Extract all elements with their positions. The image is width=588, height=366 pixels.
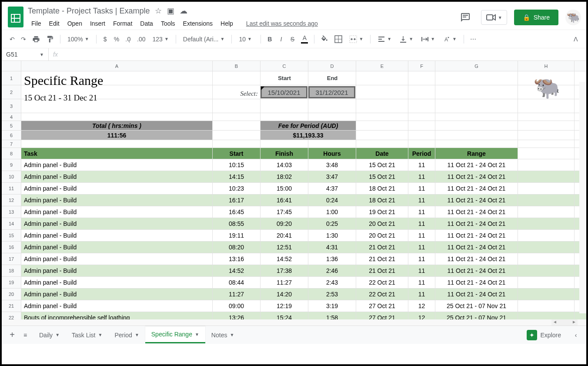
- row-header-21[interactable]: 21: [2, 300, 21, 312]
- paint-format-button[interactable]: [43, 34, 57, 45]
- name-box[interactable]: G51▼: [2, 48, 49, 60]
- table-row[interactable]: Admin panel - Build16:4517:451:0019 Oct …: [21, 206, 586, 218]
- col-header-H[interactable]: H: [518, 61, 575, 71]
- row-header-18[interactable]: 18: [2, 265, 21, 277]
- merge-button[interactable]: ▼: [346, 34, 367, 45]
- menu-edit[interactable]: Edit: [46, 18, 63, 29]
- row-header-8[interactable]: 8: [2, 148, 21, 159]
- table-cell[interactable]: 0:25: [308, 218, 356, 229]
- cell[interactable]: [518, 206, 575, 218]
- cell[interactable]: [261, 140, 308, 148]
- cell[interactable]: [518, 121, 575, 130]
- tab-specific-range[interactable]: Specific Range▼: [145, 326, 205, 343]
- table-cell[interactable]: 2:46: [308, 265, 356, 276]
- cell[interactable]: [518, 289, 575, 300]
- row-header-22[interactable]: 22: [2, 312, 21, 319]
- row-header-17[interactable]: 17: [2, 253, 21, 265]
- cell[interactable]: [213, 131, 261, 140]
- table-header-period[interactable]: Period: [408, 148, 435, 159]
- table-cell[interactable]: 17:45: [261, 206, 308, 218]
- table-cell[interactable]: 11: [408, 159, 435, 171]
- col-header-A[interactable]: A: [21, 61, 213, 71]
- table-cell[interactable]: 11 Oct 21 - 24 Oct 21: [435, 253, 518, 265]
- col-header-F[interactable]: F: [408, 61, 435, 71]
- table-cell[interactable]: 1:00: [308, 206, 356, 218]
- row-header-4[interactable]: 4: [2, 113, 21, 121]
- row-header-1[interactable]: 1: [2, 71, 21, 85]
- table-row[interactable]: Admin panel - Build11:2714:202:5322 Oct …: [21, 289, 586, 300]
- cell[interactable]: [356, 140, 408, 148]
- menu-open[interactable]: Open: [64, 18, 86, 29]
- row-header-5[interactable]: 5: [2, 121, 21, 131]
- table-cell[interactable]: 11: [408, 289, 435, 300]
- cell[interactable]: [518, 230, 575, 241]
- col-header-C[interactable]: C: [261, 61, 308, 71]
- table-cell[interactable]: 11: [408, 218, 435, 229]
- table-cell[interactable]: 27 Oct 21: [356, 300, 408, 312]
- number-format-dropdown[interactable]: 123▼: [149, 34, 172, 44]
- table-cell[interactable]: 18:02: [261, 171, 308, 182]
- table-cell[interactable]: 21 Oct 21: [356, 242, 408, 253]
- table-cell[interactable]: 11 Oct 21 - 24 Oct 21: [435, 159, 518, 171]
- menu-file[interactable]: File: [28, 18, 45, 29]
- start-date-input[interactable]: 15/10/2021: [261, 86, 307, 98]
- fee-header[interactable]: Fee for Period (AUD): [261, 121, 356, 130]
- table-cell[interactable]: 09:00: [213, 300, 261, 312]
- table-row[interactable]: Admin panel - Build14:5217:382:4621 Oct …: [21, 265, 586, 277]
- sheets-logo[interactable]: [7, 5, 24, 29]
- table-cell[interactable]: Bouts of incomprehensible self loathing: [21, 312, 213, 319]
- col-header-E[interactable]: E: [356, 61, 408, 71]
- table-cell[interactable]: 11: [408, 206, 435, 218]
- table-cell[interactable]: 18 Oct 21: [356, 183, 408, 194]
- total-value[interactable]: 111:56: [21, 131, 213, 140]
- col-header-G[interactable]: G: [435, 61, 518, 71]
- row-header-2[interactable]: 2: [2, 85, 21, 99]
- cell[interactable]: [308, 140, 356, 148]
- meet-button[interactable]: ▼: [481, 10, 507, 25]
- table-cell[interactable]: 18 Oct 21: [356, 195, 408, 206]
- table-cell[interactable]: 15:24: [261, 312, 308, 319]
- sheet-body[interactable]: Specific Range15 Oct 21 - 31 Dec 21Start…: [21, 71, 586, 319]
- cell[interactable]: [435, 140, 518, 148]
- tab-notes[interactable]: Notes▼: [205, 326, 240, 343]
- row-header-13[interactable]: 13: [2, 206, 21, 218]
- select-all-corner[interactable]: [2, 61, 21, 71]
- table-cell[interactable]: 21 Oct 21: [356, 265, 408, 276]
- table-cell[interactable]: 27 Oct 21: [356, 312, 408, 319]
- table-cell[interactable]: 08:44: [213, 277, 261, 288]
- table-row[interactable]: Admin panel - Build08:2012:514:3121 Oct …: [21, 242, 586, 253]
- fee-value[interactable]: $11,193.33: [261, 131, 356, 140]
- table-cell[interactable]: 11: [408, 195, 435, 206]
- cell[interactable]: [408, 113, 435, 121]
- table-cell[interactable]: 17:38: [261, 265, 308, 276]
- row-header-9[interactable]: 9: [2, 159, 21, 171]
- row-header-16[interactable]: 16: [2, 242, 21, 253]
- row-header-19[interactable]: 19: [2, 277, 21, 289]
- table-header-start[interactable]: Start: [213, 148, 261, 159]
- table-cell[interactable]: 11: [408, 230, 435, 241]
- table-cell[interactable]: Admin panel - Build: [21, 300, 213, 312]
- cell[interactable]: [213, 140, 261, 148]
- print-button[interactable]: [30, 34, 43, 45]
- table-cell[interactable]: 11 Oct 21 - 24 Oct 21: [435, 171, 518, 182]
- table-cell[interactable]: 15 Oct 21: [356, 171, 408, 182]
- wrap-button[interactable]: ▼: [418, 34, 438, 45]
- scroll-right-icon[interactable]: ►: [571, 319, 578, 326]
- valign-button[interactable]: ▼: [396, 34, 417, 45]
- fill-color-button[interactable]: [318, 34, 331, 45]
- table-row[interactable]: Bouts of incomprehensible self loathing1…: [21, 312, 586, 319]
- table-cell[interactable]: 11 Oct 21 - 24 Oct 21: [435, 183, 518, 194]
- table-cell[interactable]: 12: [408, 312, 435, 319]
- cell[interactable]: [213, 113, 261, 121]
- cell[interactable]: [518, 113, 575, 121]
- table-cell[interactable]: 11 Oct 21 - 24 Oct 21: [435, 265, 518, 276]
- table-row[interactable]: Admin panel - Build08:5509:200:2520 Oct …: [21, 218, 586, 230]
- cell[interactable]: [518, 159, 575, 171]
- table-row[interactable]: Admin panel - Build19:1120:411:3020 Oct …: [21, 230, 586, 242]
- move-icon[interactable]: ▣: [167, 6, 174, 16]
- decrease-decimal-button[interactable]: .0̣: [123, 34, 134, 44]
- table-row[interactable]: Admin panel - Build09:0012:193:1927 Oct …: [21, 300, 586, 312]
- table-cell[interactable]: 19:11: [213, 230, 261, 241]
- rotate-button[interactable]: A▼: [439, 34, 460, 45]
- cell[interactable]: [518, 242, 575, 253]
